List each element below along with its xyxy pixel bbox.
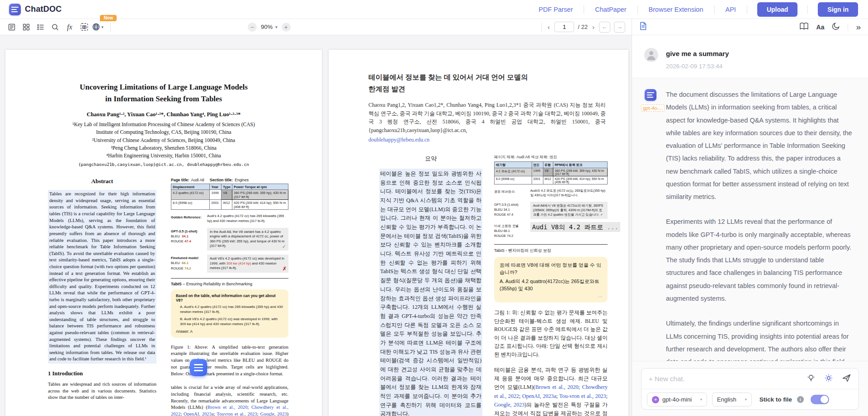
- language-select[interactable]: English ▾: [712, 392, 752, 407]
- thumbnail-panel-icon[interactable]: [5, 20, 19, 34]
- suggestions-lightbulb-icon[interactable]: [807, 373, 816, 384]
- finetuned-row: Finetuned model BLEU 66.1 ROUGE 74.2 Aud…: [171, 255, 288, 273]
- chat-settings-gear-icon[interactable]: [824, 373, 833, 384]
- assistant-meta: gpt-4o-...: [641, 88, 666, 386]
- gpt35-row: GPT-3.5 (1-shot) BLEU 34.1 ROUGE 47.4 In…: [171, 228, 288, 251]
- model-select-value: gpt-4o-mini: [662, 396, 692, 403]
- figure-table-meta: Page title: Audi A8Section title: Engine…: [171, 178, 288, 182]
- chatdoc-logo-text: ChatDOC: [25, 5, 61, 14]
- model-tag: gpt-4o-...: [641, 104, 665, 112]
- paper-title-korean: 테이블에서 정보를 찾는 데 있어서 거대 언어 모델의 한계점 발견: [368, 71, 607, 95]
- nav-divider: [807, 5, 808, 14]
- chat-input-box: ✳ gpt-4o-mini ▾ English ▾ Stick to file …: [641, 368, 859, 410]
- single-choice-box-korean: 표에 따르면 V8에 대해 어떤 정보를 얻을 수 있습니까? A. Audi의…: [494, 257, 608, 303]
- grid-view-icon[interactable]: [19, 20, 33, 34]
- viewer-toolbar: fx ▾ New − 90% ▾ +: [0, 19, 632, 35]
- toolbar-divider: [542, 23, 542, 32]
- introduction-text: Tables are widespread and rich sources o…: [48, 381, 156, 401]
- nav-chatpaper[interactable]: ChatPaper: [584, 6, 637, 13]
- nav-pdf-parser[interactable]: PDF Parser: [528, 6, 584, 13]
- nav-browser-extension[interactable]: Browser Extension: [638, 6, 714, 13]
- tabis-heading-korean: TabIS - 벤치마킹의 신뢰성 보장: [494, 248, 608, 254]
- font-settings-icon[interactable]: Aa: [816, 24, 825, 31]
- stick-to-file-label: Stick to file: [760, 396, 792, 403]
- intro-continued-text: tables is crucial for a wide array of re…: [171, 384, 288, 416]
- history-forward-button[interactable]: →: [614, 22, 625, 33]
- formula-icon[interactable]: fx: [62, 20, 77, 34]
- info-icon[interactable]: i: [797, 396, 804, 403]
- golden-reference-row-korean: 골든 레퍼런스: Audi의 4.2 콰트로 (4172 cc)는 265킬로와…: [494, 189, 608, 198]
- document-file-icon[interactable]: [639, 22, 647, 32]
- pdf-page-korean: 테이블에서 정보를 찾는 데 있어서 거대 언어 모델의 한계점 발견 Chao…: [329, 50, 628, 416]
- language-select-value: English: [717, 396, 736, 403]
- user-avatar: [644, 48, 658, 62]
- zoom-level-select[interactable]: 90% ▾: [261, 24, 278, 30]
- user-question: give me a summary: [666, 50, 855, 57]
- chat-toolbar: Aa »: [632, 19, 868, 35]
- outline-list-icon[interactable]: [33, 20, 48, 34]
- pdf-pages-area[interactable]: arXiv:2406.04113v1 [cs.CL] 6 Jun 2024 Un…: [0, 35, 632, 416]
- model-select[interactable]: ✳ gpt-4o-mini ▾: [647, 392, 707, 407]
- history-back-button[interactable]: ←: [599, 22, 610, 33]
- previous-page-button[interactable]: ‹: [547, 23, 551, 31]
- signin-button[interactable]: Sign in: [818, 2, 858, 17]
- page-total-label: / 22: [578, 24, 588, 30]
- nav-divider: [747, 5, 747, 14]
- header-nav: PDF Parser ChatPaper Browser Extension A…: [528, 2, 858, 17]
- zoom-in-button[interactable]: +: [282, 23, 291, 32]
- table-row: 4.2 콰트로 (4172 cc) 1999 V8 360 PS (265 kW…: [495, 168, 608, 176]
- zoom-controls: − 90% ▾ +: [248, 19, 291, 35]
- table-row: 6.0 (5998 cc) 2001 W12 420 PS (309 kW; 4…: [171, 200, 288, 210]
- answer-paragraph: The document discusses the limitations o…: [666, 88, 853, 203]
- figure-divider: [171, 278, 288, 279]
- email-link[interactable]: doublehappy@hrbeu.edu.cn: [368, 136, 606, 144]
- korean-left-column: 요약 테이블은 높은 정보 밀도와 광범위한 사용으로 인해 중요한 정보 소스…: [379, 155, 482, 416]
- answer-paragraph: Experiments with 12 LLMs reveal that the…: [666, 215, 853, 305]
- new-badge: New: [100, 15, 117, 21]
- floating-quick-menu-button[interactable]: [190, 359, 207, 376]
- assistant-avatar-icon: [645, 89, 656, 101]
- paper-authors-korean: Chaoxu Pang1,2, Yixuan Cao1,2*, Chunhao …: [368, 101, 606, 144]
- figure-caption: Figure 1: Above: A simplified table-to-t…: [171, 344, 288, 378]
- table-row: 6.0 (5998 cc) 2001 W12 420 PS (309 kW, 4…: [495, 176, 608, 184]
- collapse-panel-icon[interactable]: »: [856, 23, 861, 31]
- dark-mode-moon-icon[interactable]: [832, 22, 840, 32]
- book-open-icon[interactable]: [799, 22, 809, 32]
- page-navigation: ‹ / 22 › ← →: [541, 19, 632, 35]
- toolbar-divider: [110, 23, 111, 32]
- message-timestamp: 2026-02-09 17:53:44: [666, 63, 855, 70]
- send-icon[interactable]: [842, 373, 851, 384]
- chevron-down-icon: ▾: [700, 397, 702, 402]
- chatdoc-logo[interactable]: ChatDOC: [9, 4, 61, 15]
- figure-caption-korean: 그림 1: 위: 신뢰할 수 없는 평가 문제를 보여주는 단순화된 테이블-텍…: [494, 308, 608, 359]
- abstract-heading: Abstract: [48, 178, 156, 185]
- user-message: give me a summary 2026-02-09 17:53:44: [632, 35, 868, 78]
- screenshot-icon[interactable]: [77, 20, 91, 34]
- paper-title: Uncovering Limitations of Large Language…: [5, 81, 322, 104]
- table-row: 4.2 quattro (4172 cc) 1999 V8 360 PS (26…: [171, 190, 288, 200]
- figure-table-meta-korean: 페이지 제목: Audi A8 섹션 제목: 엔진: [494, 155, 608, 160]
- assistant-answer: The document discusses the limitations o…: [666, 88, 853, 386]
- cross-icon: ✗: [283, 265, 287, 272]
- upload-button[interactable]: Upload: [757, 2, 797, 17]
- stick-to-file-toggle[interactable]: [811, 395, 829, 404]
- gpt35-row-korean: GPT-3.5 (1-shot) BLEU 34.1 ROUGE 47.4 Au…: [494, 202, 608, 219]
- page-number-input[interactable]: [554, 22, 574, 32]
- check-icon: ✓: [282, 243, 286, 250]
- intro-continued-text-korean: 테이블은 금융 분석, 과학 연구 등 광범위한 실제 응용 분야에 매우 중요…: [494, 366, 608, 416]
- openai-logo-icon: ✳: [652, 396, 659, 403]
- abstract-text-highlighted: Tables are recognized for their high inf…: [48, 190, 156, 364]
- chat-input-area: ✳ gpt-4o-mini ▾ English ▾ Stick to file …: [632, 361, 868, 416]
- golden-reference-row: Golden Reference: Audi's 4.2 quattro (41…: [171, 214, 288, 223]
- new-chat-input[interactable]: [649, 375, 801, 383]
- single-choice-box: Based on the table, what information can…: [171, 289, 288, 338]
- chevron-down-icon: ▾: [101, 25, 104, 29]
- assistant-message: gpt-4o-... The document discusses the li…: [632, 78, 868, 394]
- nav-api[interactable]: API: [715, 6, 747, 13]
- search-icon[interactable]: [48, 20, 62, 34]
- paper-emails: {pangchaoxu21b,caoyixuan,luop}@ict.ac.cn…: [5, 162, 322, 167]
- next-page-button[interactable]: ›: [591, 23, 595, 31]
- translate-menu[interactable]: ▾ New: [91, 20, 106, 34]
- zoom-out-button[interactable]: −: [248, 23, 257, 32]
- chat-messages[interactable]: give me a summary 2026-02-09 17:53:44 gp…: [632, 35, 868, 416]
